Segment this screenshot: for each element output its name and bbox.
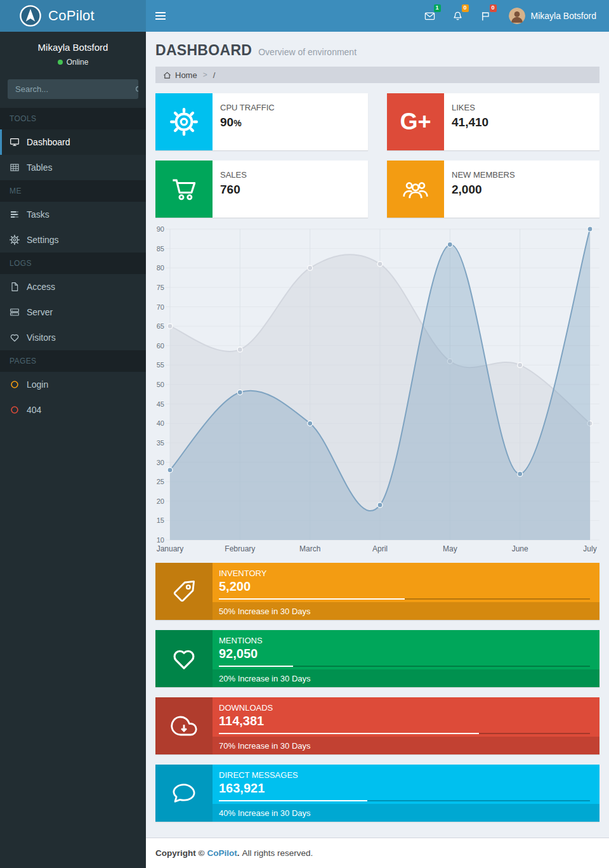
progress-bar [219,666,590,667]
sidebar-item-server[interactable]: Server [0,299,146,325]
brand-logo-icon [19,4,42,27]
brand-logo[interactable]: CoPilot [0,0,146,32]
sidebar-item-login[interactable]: Login [0,372,146,397]
comment-icon-box [155,765,213,822]
y-tick-label: 70 [157,303,164,311]
stat-footer: 40% Increase in 30 Days [213,804,599,822]
footer-period: . [237,848,240,858]
progress-fill [219,800,367,801]
footer-brand-link[interactable]: CoPilot [207,848,237,858]
users-icon [402,175,429,203]
menu-item-label: Tables [27,162,52,173]
info-box-value: 41,410 [452,115,488,129]
info-box-cpu-traffic: CPU TRAFFIC 90% [155,93,368,150]
info-box-value: 90% [220,115,275,129]
online-status-label: Online [67,58,89,67]
sidebar-item-tasks[interactable]: Tasks [0,202,146,227]
main-header: CoPilot 1 0 0 Mikayla Botsford [0,0,609,32]
stat-footer: 70% Increase in 30 Days [213,737,599,754]
chart-point [167,324,173,329]
users-icon-box [387,161,444,218]
menu-item-label: Login [27,379,48,390]
sidebar-user-name: Mikayla Botsford [6,42,140,53]
stat-box-direct-messages: DIRECT MESSAGES 163,921 40% Increase in … [155,765,599,822]
sidebar-item-visitors[interactable]: Visitors [0,325,146,350]
cart-icon-box [155,161,213,218]
cpu-traffic-icon-box [155,93,213,150]
progress-bar [219,733,590,734]
heart-icon [10,332,20,343]
stat-value: 5,200 [219,579,590,594]
user-menu[interactable]: Mikayla Botsford [500,0,605,32]
flags-badge: 0 [490,4,497,12]
y-tick-label: 10 [157,536,164,544]
chart-point [237,347,242,352]
traffic-chart: 1015202530354045505560657075808590Januar… [155,224,599,560]
messages-menu[interactable]: 1 [416,0,444,32]
sidebar-item-settings[interactable]: Settings [0,227,146,253]
progress-bar [219,800,590,801]
x-tick-label: April [372,544,388,553]
sidebar: Mikayla Botsford Online TOOLS Dashboard … [0,32,146,868]
sidebar-item-access[interactable]: Access [0,274,146,299]
hamburger-icon [155,12,166,13]
y-tick-label: 65 [157,322,164,330]
x-tick-label: July [583,544,596,553]
sidebar-user-status[interactable]: Online [6,58,140,67]
menu-item-label: Visitors [27,332,56,343]
stat-label: INVENTORY [219,569,590,578]
progress-fill [219,666,293,667]
messages-badge: 1 [434,4,441,12]
info-box-new-members: NEW MEMBERS 2,000 [387,161,599,218]
chart-point [308,265,313,270]
breadcrumb-home-link[interactable]: Home [163,70,197,80]
y-tick-label: 75 [157,284,164,291]
info-box-sales: SALES 760 [155,161,368,218]
y-tick-label: 40 [157,419,164,427]
page-title: DASHBOARD [155,42,252,59]
stat-label: MENTIONS [219,636,590,645]
sidebar-item-dashboard[interactable]: Dashboard [0,129,146,155]
footer: Copyright © CoPilot. All rights reserved… [146,838,609,868]
y-tick-label: 25 [157,478,164,485]
page-subtitle: Overview of environment [258,47,357,57]
copyright-text: Copyright © [155,848,204,858]
chart-point [518,362,523,367]
info-box-likes: G+ LIKES 41,410 [387,93,599,150]
gplus-icon-box: G+ [387,93,444,150]
envelope-icon [424,11,435,22]
chart-point [167,468,173,473]
online-status-dot [58,60,63,65]
y-tick-label: 55 [157,361,164,369]
content: DASHBOARD Overview of environment Home >… [146,0,609,838]
sidebar-toggle[interactable] [146,0,175,32]
brand-name: CoPilot [48,8,95,24]
flags-menu[interactable]: 0 [472,0,500,32]
info-box-label: SALES [220,170,247,180]
comment-icon [171,780,197,806]
search-input[interactable] [8,79,134,99]
menu-item-label: Dashboard [27,137,70,147]
y-tick-label: 60 [157,342,164,350]
shopping-cart-icon [170,175,198,203]
chart-point [308,421,313,426]
dashboard-icon [10,137,20,147]
circle-icon [10,405,20,415]
cloud-download-icon-box [155,697,213,754]
progress-bar [219,598,590,600]
stat-label: DIRECT MESSAGES [219,770,590,780]
progress-fill [219,733,479,734]
y-tick-label: 35 [157,439,164,447]
sidebar-item-tables[interactable]: Tables [0,155,146,180]
progress-fill [219,598,405,600]
y-tick-label: 85 [157,245,164,253]
search-button[interactable] [134,79,138,99]
notifications-menu[interactable]: 0 [444,0,472,32]
info-box-label: LIKES [452,103,488,112]
info-box-label: NEW MEMBERS [452,170,515,180]
rights-text: All rights reserved. [242,848,313,858]
sidebar-item-404[interactable]: 404 [0,397,146,423]
line-chart-canvas: 1015202530354045505560657075808590Januar… [155,224,599,560]
tag-icon [171,578,197,605]
page-header: DASHBOARD Overview of environment [146,32,609,67]
